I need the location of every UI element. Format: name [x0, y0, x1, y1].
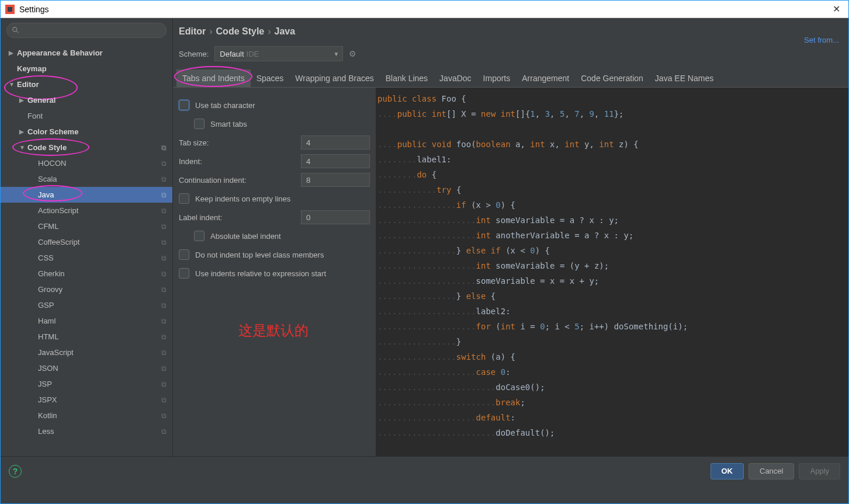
- tab-java-ee-names[interactable]: Java EE Names: [649, 69, 719, 87]
- tree-lang-gsp[interactable]: GSP⧉: [1, 297, 172, 313]
- svg-line-3: [16, 31, 19, 33]
- keep-indents-checkbox[interactable]: [179, 193, 189, 204]
- search-input[interactable]: [6, 23, 167, 38]
- tab-imports[interactable]: Imports: [477, 69, 517, 87]
- tree-lang-scala[interactable]: Scala⧉: [1, 171, 172, 187]
- copy-icon: ⧉: [161, 317, 167, 325]
- svg-point-2: [13, 27, 17, 32]
- copy-icon: ⧉: [161, 333, 167, 341]
- no-top-indent-label: Do not indent top level class members: [195, 251, 370, 259]
- apply-button[interactable]: Apply: [799, 463, 840, 479]
- copy-icon: ⧉: [161, 380, 167, 388]
- smart-tabs-checkbox[interactable]: [194, 119, 205, 129]
- label-indent-input[interactable]: [301, 210, 370, 224]
- tab-wrapping-and-braces[interactable]: Wrapping and Braces: [289, 69, 379, 87]
- indent-input[interactable]: [301, 154, 370, 168]
- chevron-down-icon: ▼: [333, 51, 339, 57]
- copy-icon: ⧉: [161, 286, 167, 294]
- tree-lang-cfml[interactable]: CFML⧉: [1, 218, 172, 234]
- close-icon[interactable]: ✕: [829, 4, 844, 15]
- copy-icon: ⧉: [161, 223, 167, 231]
- copy-icon: ⧉: [161, 396, 167, 404]
- search-icon: [12, 26, 20, 34]
- scheme-label: Scheme:: [179, 50, 209, 58]
- breadcrumb-codestyle: Code Style: [216, 26, 265, 37]
- copy-icon: ⧉: [161, 270, 167, 278]
- code-preview: public class Foo { ....public int[] X = …: [376, 88, 848, 456]
- tree-lang-less[interactable]: Less⧉: [1, 423, 172, 439]
- window-title: Settings: [19, 5, 829, 14]
- tree-appearance[interactable]: ▶Appearance & Behavior: [1, 45, 172, 61]
- tree-keymap[interactable]: Keymap: [1, 61, 172, 77]
- tab-arrangement[interactable]: Arrangement: [516, 69, 575, 87]
- tree-lang-haml[interactable]: Haml⧉: [1, 313, 172, 329]
- gear-icon[interactable]: ⚙: [349, 49, 356, 58]
- copy-icon: ⧉: [161, 238, 167, 246]
- indent-options-form: Use tab character Smart tabs Tab size: I…: [173, 88, 376, 456]
- tree-lang-hocon[interactable]: HOCON⧉: [1, 155, 172, 171]
- tree-font[interactable]: Font: [1, 108, 172, 124]
- breadcrumb: Editor › Code Style › Java: [173, 18, 804, 44]
- settings-tree: ▶Appearance & Behavior Keymap ▼Editor ▶G…: [1, 43, 172, 456]
- copy-icon: ⧉: [161, 159, 167, 168]
- tab-code-generation[interactable]: Code Generation: [575, 69, 649, 87]
- breadcrumb-editor: Editor: [179, 26, 206, 37]
- copy-icon: ⧉: [161, 254, 167, 262]
- svg-rect-1: [8, 7, 12, 12]
- tree-lang-css[interactable]: CSS⧉: [1, 250, 172, 266]
- relative-expr-checkbox[interactable]: [179, 268, 189, 279]
- copy-icon: ⧉: [161, 364, 167, 373]
- tab-blank-lines[interactable]: Blank Lines: [380, 69, 434, 87]
- tree-lang-html[interactable]: HTML⧉: [1, 329, 172, 345]
- absolute-label-label: Absolute label indent: [210, 232, 370, 241]
- use-tab-checkbox[interactable]: [179, 100, 189, 110]
- copy-icon: ⧉: [161, 191, 167, 199]
- ok-button[interactable]: OK: [711, 463, 744, 479]
- continuation-indent-input[interactable]: [301, 173, 370, 187]
- tree-lang-actionscript[interactable]: ActionScript⧉: [1, 203, 172, 218]
- bottom-bar: ? OK Cancel Apply: [1, 456, 848, 485]
- tree-lang-kotlin[interactable]: Kotlin⧉: [1, 408, 172, 423]
- tab-tabs-and-indents[interactable]: Tabs and Indents: [176, 69, 251, 87]
- sidebar: ▶Appearance & Behavior Keymap ▼Editor ▶G…: [1, 18, 173, 456]
- label-indent-label: Label indent:: [179, 213, 301, 222]
- tab-size-label: Tab size:: [179, 138, 301, 147]
- tab-spaces[interactable]: Spaces: [251, 69, 290, 87]
- smart-tabs-label: Smart tabs: [210, 120, 370, 128]
- tree-lang-groovy[interactable]: Groovy⧉: [1, 281, 172, 297]
- indent-label: Indent:: [179, 157, 301, 166]
- help-icon[interactable]: ?: [9, 465, 22, 478]
- tree-general[interactable]: ▶General: [1, 92, 172, 108]
- no-top-indent-checkbox[interactable]: [179, 249, 189, 260]
- tree-lang-java[interactable]: Java⧉: [1, 187, 172, 203]
- scheme-select[interactable]: Default IDE ▼: [214, 46, 343, 61]
- keep-indents-label: Keep indents on empty lines: [195, 194, 370, 203]
- absolute-label-checkbox[interactable]: [194, 231, 205, 241]
- titlebar: Settings ✕: [1, 1, 848, 18]
- tabs: Tabs and IndentsSpacesWrapping and Brace…: [173, 69, 848, 88]
- app-icon: [5, 5, 15, 14]
- use-tab-label: Use tab character: [195, 101, 370, 110]
- tree-lang-gherkin[interactable]: Gherkin⧉: [1, 266, 172, 281]
- annotation-text: 这是默认的: [238, 321, 309, 340]
- copy-icon: ⧉: [161, 301, 167, 310]
- tree-lang-jspx[interactable]: JSPX⧉: [1, 392, 172, 408]
- tree-lang-json[interactable]: JSON⧉: [1, 360, 172, 376]
- tree-editor[interactable]: ▼Editor: [1, 77, 172, 92]
- tab-size-input[interactable]: [301, 135, 370, 150]
- continuation-indent-label: Continuation indent:: [179, 176, 301, 185]
- set-from-link[interactable]: Set from...: [804, 36, 848, 44]
- breadcrumb-java: Java: [275, 26, 296, 37]
- copy-icon: ⧉: [161, 349, 167, 357]
- tree-color-scheme[interactable]: ▶Color Scheme: [1, 124, 172, 140]
- relative-expr-label: Use indents relative to expression start: [195, 269, 370, 278]
- tree-lang-jsp[interactable]: JSP⧉: [1, 376, 172, 392]
- cancel-button[interactable]: Cancel: [748, 463, 794, 479]
- tree-lang-javascript[interactable]: JavaScript⧉: [1, 345, 172, 360]
- copy-icon: ⧉: [161, 207, 167, 215]
- copy-icon: ⧉: [161, 144, 167, 152]
- tree-lang-coffeescript[interactable]: CoffeeScript⧉: [1, 234, 172, 250]
- tab-javadoc[interactable]: JavaDoc: [434, 69, 477, 87]
- tree-code-style[interactable]: ▼Code Style⧉: [1, 140, 172, 155]
- copy-icon: ⧉: [161, 412, 167, 420]
